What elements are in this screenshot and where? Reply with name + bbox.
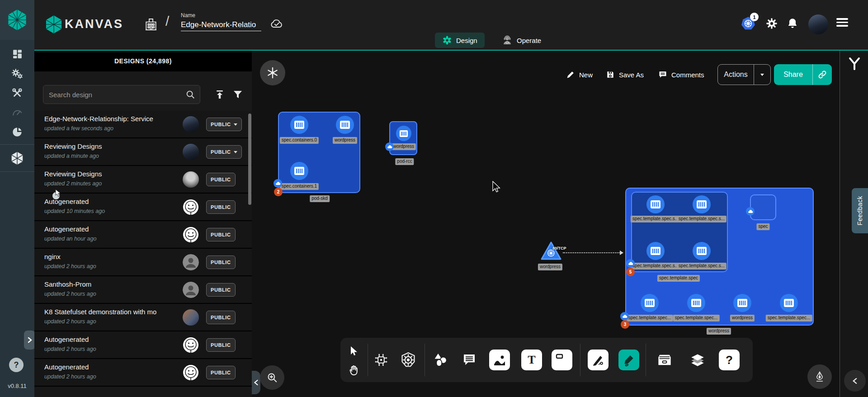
visibility-button[interactable]: PUBLIC bbox=[206, 255, 236, 269]
copy-link-button[interactable] bbox=[813, 70, 832, 79]
zoom-button[interactable] bbox=[260, 365, 284, 390]
image-tool-button[interactable] bbox=[489, 350, 510, 370]
node-spec[interactable] bbox=[750, 194, 776, 220]
notifications-bell-icon[interactable] bbox=[787, 17, 798, 30]
actions-dropdown-toggle[interactable] bbox=[754, 74, 770, 76]
help-tool-button[interactable]: ? bbox=[719, 350, 740, 370]
dock-collapse-button[interactable] bbox=[844, 370, 866, 392]
search-icon[interactable] bbox=[185, 90, 195, 99]
design-list-item[interactable]: Autogenerated updated 2 hours ago PUBLIC bbox=[34, 331, 252, 359]
save-as-button[interactable]: Save As bbox=[606, 64, 644, 85]
edge-service-to-deployment[interactable] bbox=[563, 252, 623, 253]
signature-button[interactable] bbox=[807, 364, 832, 389]
hamburger-menu-icon[interactable] bbox=[836, 18, 848, 27]
design-list-item[interactable]: Reviewing Designs updated 2 minutes ago … bbox=[34, 166, 252, 194]
deploy-badge[interactable] bbox=[620, 312, 629, 321]
sidebar-item-lifecycle[interactable] bbox=[0, 64, 34, 83]
shapes-tool-button[interactable] bbox=[430, 349, 451, 371]
deploy-badge[interactable] bbox=[385, 142, 394, 151]
freehand-draw-button[interactable] bbox=[618, 350, 639, 370]
container-node[interactable] bbox=[693, 242, 711, 260]
filter-icon[interactable] bbox=[232, 89, 243, 100]
visibility-button[interactable]: PUBLIC bbox=[206, 118, 242, 131]
design-list-item[interactable]: Autogenerated updated 2 hours ago PUBLIC bbox=[34, 359, 252, 387]
sidebar-item-dashboard[interactable] bbox=[0, 44, 34, 64]
sidebar-item-configuration[interactable] bbox=[0, 83, 34, 103]
feedback-button[interactable]: Feedback bbox=[852, 188, 868, 233]
list-scrollbar-thumb[interactable] bbox=[248, 113, 251, 205]
design-list-item[interactable]: Santhosh-Prom updated 2 hours ago PUBLIC bbox=[34, 276, 252, 304]
visibility-button[interactable]: PUBLIC bbox=[206, 311, 236, 324]
import-design-icon[interactable] bbox=[214, 89, 225, 100]
edge-port-label: 80/TCP bbox=[552, 246, 566, 250]
select-tool-button[interactable] bbox=[346, 344, 362, 359]
note-tool-button[interactable] bbox=[552, 350, 572, 370]
actions-button[interactable]: Actions bbox=[717, 64, 771, 85]
tab-design[interactable]: Design bbox=[435, 33, 485, 48]
error-count-badge[interactable]: 2 bbox=[274, 188, 283, 196]
design-name-input[interactable] bbox=[181, 19, 261, 31]
visibility-button[interactable]: PUBLIC bbox=[206, 338, 236, 352]
error-count-badge[interactable]: 3 bbox=[621, 320, 629, 329]
collapse-panel-button[interactable] bbox=[252, 371, 260, 394]
tab-operate[interactable]: Operate bbox=[495, 33, 548, 48]
kanvas-logo-icon[interactable] bbox=[45, 14, 62, 34]
settings-gear-icon[interactable] bbox=[765, 17, 778, 30]
help-button[interactable]: ? bbox=[9, 358, 24, 372]
user-avatar[interactable] bbox=[808, 14, 828, 34]
container-node[interactable] bbox=[780, 294, 798, 312]
deploy-badge[interactable] bbox=[746, 207, 755, 216]
container-node[interactable] bbox=[641, 294, 659, 312]
node-spec-template[interactable] bbox=[631, 192, 728, 272]
design-list-item[interactable]: Reviewing Designs updated a minute ago P… bbox=[34, 138, 252, 166]
expand-rail-button[interactable] bbox=[24, 331, 35, 350]
search-input[interactable] bbox=[43, 91, 185, 99]
design-list-item[interactable]: Autogenerated updated 10 minutes ago PUB… bbox=[34, 194, 252, 221]
components-tool-button[interactable] bbox=[371, 350, 392, 370]
share-button[interactable]: Share bbox=[774, 64, 832, 85]
pen-tool-button[interactable] bbox=[588, 350, 609, 370]
layers-tool-button[interactable] bbox=[687, 349, 708, 371]
deploy-badge[interactable] bbox=[626, 259, 635, 268]
container-node[interactable] bbox=[290, 162, 308, 180]
sidebar-item-extensions[interactable] bbox=[0, 122, 34, 142]
annotation-tool-button[interactable] bbox=[459, 350, 480, 370]
visibility-button[interactable]: PUBLIC bbox=[206, 200, 236, 214]
error-count-badge[interactable]: 5 bbox=[626, 268, 635, 276]
container-node[interactable] bbox=[646, 195, 665, 213]
kubernetes-tool-button[interactable] bbox=[398, 350, 419, 370]
new-button[interactable]: New bbox=[566, 64, 593, 85]
meshery-logo[interactable] bbox=[0, 0, 34, 40]
container-node[interactable] bbox=[290, 116, 308, 134]
visibility-button[interactable]: PUBLIC bbox=[206, 283, 236, 297]
design-list-item[interactable]: Edge-Network-Relationship: Service updat… bbox=[34, 111, 252, 138]
drawer-tool-button[interactable] bbox=[654, 350, 675, 370]
container-node[interactable] bbox=[733, 294, 751, 312]
container-node[interactable] bbox=[687, 294, 705, 312]
comments-button[interactable]: Comments bbox=[658, 64, 704, 85]
design-tab-icon bbox=[442, 35, 452, 45]
container-node[interactable] bbox=[396, 126, 411, 141]
sidebar-item-kanvas[interactable] bbox=[0, 148, 34, 168]
container-node[interactable] bbox=[336, 116, 354, 134]
merge-branch-icon[interactable] bbox=[847, 56, 862, 71]
visibility-button[interactable]: PUBLIC bbox=[206, 228, 236, 241]
cursor-icon bbox=[349, 346, 359, 357]
node-service-wordpress[interactable] bbox=[540, 241, 562, 261]
container-node[interactable] bbox=[646, 242, 665, 260]
organization-icon[interactable] bbox=[144, 16, 158, 33]
deploy-badge[interactable] bbox=[274, 179, 282, 188]
hand-icon bbox=[348, 364, 360, 376]
visibility-button[interactable]: PUBLIC bbox=[206, 145, 242, 159]
design-list-item[interactable]: K8 Statefulset demonstration with mo upd… bbox=[34, 304, 252, 331]
text-tool-button[interactable]: T bbox=[521, 350, 542, 370]
kubernetes-context-icon[interactable]: 1 bbox=[740, 14, 756, 33]
pan-tool-button[interactable] bbox=[345, 362, 363, 378]
design-list-item[interactable]: Autogenerated updated an hour ago PUBLIC bbox=[34, 221, 252, 249]
container-node[interactable] bbox=[693, 195, 711, 213]
visibility-button[interactable]: PUBLIC bbox=[206, 366, 236, 379]
design-list-item[interactable]: nginx updated 2 hours ago PUBLIC bbox=[34, 249, 252, 276]
visibility-button[interactable]: PUBLIC bbox=[206, 173, 236, 186]
canvas-menu-button[interactable] bbox=[260, 60, 285, 85]
sidebar-item-performance[interactable] bbox=[0, 103, 34, 122]
